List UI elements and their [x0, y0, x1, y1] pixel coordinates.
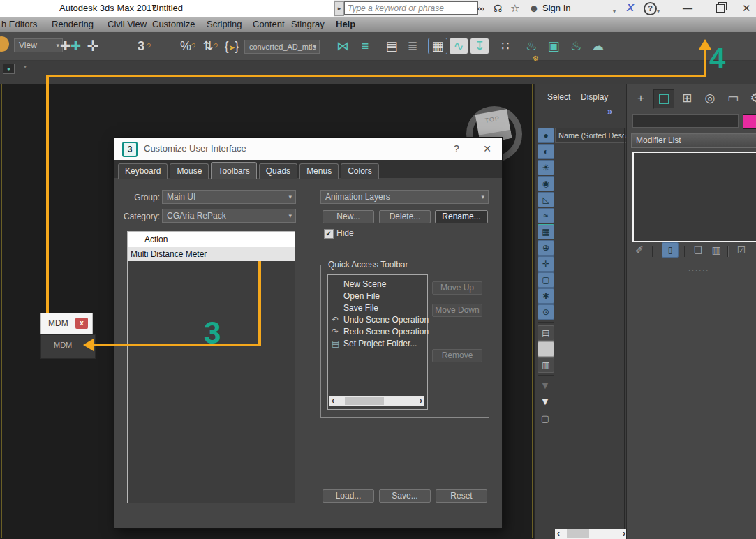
tab-colors[interactable]: Colors	[341, 163, 379, 179]
object-color-swatch[interactable]	[743, 114, 756, 129]
named-selection-set-dropdown[interactable]: converted_AD_mtls ▾	[244, 40, 320, 54]
configure-modifier-sets-icon[interactable]: ☑	[734, 244, 748, 256]
menu-customize[interactable]: Customize	[152, 19, 195, 29]
remove-modifier-icon[interactable]: ▥	[709, 244, 723, 256]
tab-hierarchy[interactable]: ⊞	[677, 89, 697, 108]
tab-menus[interactable]: Menus	[299, 163, 339, 179]
menu-graph-editors[interactable]: h Editors	[1, 19, 37, 29]
scene-explorer-select-menu[interactable]: Select	[547, 92, 570, 102]
tab-quads[interactable]: Quads	[259, 163, 297, 179]
named-selection-sets-icon[interactable]: {➤}	[222, 38, 242, 54]
reset-button[interactable]: Reset	[436, 489, 487, 503]
workspace-caret-icon[interactable]: ▾	[24, 64, 27, 70]
toolbar-select-dropdown[interactable]: Animation Layers ▾	[320, 190, 489, 204]
select-and-place-icon[interactable]: ✚✚	[60, 38, 81, 54]
list-view-icon[interactable]: ▤	[538, 325, 554, 341]
move-down-button[interactable]: Move Down	[432, 304, 482, 317]
tab-motion[interactable]: ◎	[700, 89, 720, 108]
category-dropdown[interactable]: CGAria RePack ▾	[162, 209, 296, 223]
align-icon[interactable]: ≡	[356, 38, 374, 54]
list-item[interactable]: Save File	[343, 303, 378, 313]
scroll-right-icon[interactable]: ›	[420, 396, 422, 406]
load-button[interactable]: Load...	[323, 489, 374, 503]
spinner-snap-icon[interactable]: ⇅∩	[198, 38, 218, 54]
help-icon[interactable]: ?	[644, 2, 657, 15]
group-dropdown[interactable]: Main UI ▾	[162, 190, 296, 204]
list-item[interactable]: Open File	[343, 291, 380, 301]
rename-toolbar-button[interactable]: Rename...	[435, 210, 488, 223]
mirror-icon[interactable]: ⋈	[334, 38, 352, 54]
display-space-warps-icon[interactable]: ≈	[538, 208, 554, 223]
modifier-stack[interactable]	[632, 152, 756, 242]
tab-display[interactable]: ▭	[723, 89, 743, 108]
menu-stingray[interactable]: Stingray	[291, 19, 325, 29]
save-button[interactable]: Save...	[379, 489, 431, 503]
communication-center-icon[interactable]: ☊	[494, 2, 502, 15]
search-icon[interactable]: ∞	[477, 2, 484, 15]
search-history-button[interactable]: ▸	[334, 1, 344, 16]
display-containers-icon[interactable]: ⊕	[538, 240, 554, 256]
render-setup-icon[interactable]: ♨⚙	[522, 38, 540, 54]
menu-civil-view[interactable]: Civil View	[108, 19, 147, 29]
rollout-resize-dots[interactable]: ......	[688, 264, 709, 272]
new-toolbar-button[interactable]: New...	[323, 210, 374, 223]
filter-icon[interactable]: ▼	[538, 394, 553, 408]
tab-mouse[interactable]: Mouse	[170, 163, 209, 179]
action-list[interactable]: Action Multi Distance Meter	[127, 231, 295, 503]
dialog-help-button[interactable]: ?	[450, 142, 464, 156]
name-column-header[interactable]: Name (Sorted Desce	[555, 128, 630, 143]
scroll-left-icon[interactable]: ‹	[557, 529, 560, 539]
rendered-frame-window-icon[interactable]: ▣	[544, 38, 563, 54]
object-name-field[interactable]	[632, 114, 739, 128]
reference-coordinate-dropdown[interactable]: View ▾	[14, 38, 63, 52]
user-icon[interactable]: ☻	[528, 2, 540, 15]
scene-explorer-toggle-icon[interactable]: ≣	[403, 38, 422, 54]
partial-toolbar-icon[interactable]	[0, 36, 9, 52]
list-item[interactable]: Undo Scene Operation	[343, 315, 429, 325]
curve-editor-icon[interactable]: ∿	[450, 38, 468, 54]
workspace-switcher-icon[interactable]: ●	[3, 64, 15, 74]
display-geometry-icon[interactable]: ●	[538, 128, 554, 143]
modifier-list-dropdown[interactable]: Modifier List	[631, 133, 756, 148]
quick-access-scrollbar[interactable]: ‹ ›	[329, 396, 424, 406]
pin-stack-icon[interactable]: ✐	[632, 244, 646, 256]
show-end-result-button[interactable]: ▯	[662, 242, 679, 258]
delete-toolbar-button[interactable]: Delete...	[379, 210, 431, 223]
menu-scripting[interactable]: Scripting	[207, 19, 242, 29]
scrollbar-thumb[interactable]	[567, 529, 589, 538]
quick-access-list[interactable]: New Scene Open File Save File ↶ Undo Sce…	[327, 274, 428, 410]
tab-utilities[interactable]: ⚙	[746, 89, 756, 108]
menu-content[interactable]: Content	[253, 19, 285, 29]
tab-toolbars[interactable]: Toolbars	[211, 162, 256, 179]
tab-create[interactable]: +	[631, 89, 651, 108]
horizontal-scrollbar[interactable]: ‹ ›	[555, 529, 628, 539]
list-item[interactable]: Set Project Folder...	[343, 339, 417, 348]
layer-manager-icon[interactable]: ▤	[383, 38, 401, 54]
overflow-chevron-icon[interactable]: »	[607, 106, 612, 117]
dialog-title-bar[interactable]: 3 Customize User Interface ? ✕	[114, 138, 502, 160]
mdm-title-bar[interactable]: MDM x	[40, 313, 93, 335]
scroll-right-icon[interactable]: ›	[623, 529, 625, 539]
scroll-left-icon[interactable]: ‹	[332, 396, 334, 406]
selected-action-row[interactable]: Multi Distance Meter	[128, 247, 295, 261]
display-gizmos-icon[interactable]: ✱	[538, 288, 554, 304]
display-groups-icon[interactable]: ▦	[538, 224, 554, 239]
new-container-icon[interactable]: ▢	[538, 412, 553, 426]
sign-in-button[interactable]: Sign In	[542, 3, 570, 13]
list-item[interactable]: Redo Scene Operation	[343, 327, 429, 337]
move-up-button[interactable]: Move Up	[432, 281, 482, 295]
mdm-close-button[interactable]: x	[75, 318, 88, 329]
dialog-close-button[interactable]: ✕	[480, 142, 494, 156]
close-button[interactable]: ✕	[742, 2, 751, 15]
display-lights-icon[interactable]: ☀	[538, 160, 554, 175]
list-item[interactable]: New Scene	[343, 279, 386, 289]
isolate-selection-icon[interactable]: ∷	[496, 38, 515, 54]
favorites-icon[interactable]: ☆	[510, 2, 519, 15]
restore-button[interactable]	[716, 4, 725, 13]
tab-modify[interactable]	[653, 89, 674, 109]
menu-rendering[interactable]: Rendering	[52, 19, 94, 29]
list-separator-item[interactable]: ----------------	[343, 350, 392, 358]
display-frozen-icon[interactable]: ▢	[538, 272, 554, 288]
display-bones-icon[interactable]: ✛	[538, 256, 554, 272]
percent-snap-icon[interactable]: %∩	[176, 38, 195, 54]
